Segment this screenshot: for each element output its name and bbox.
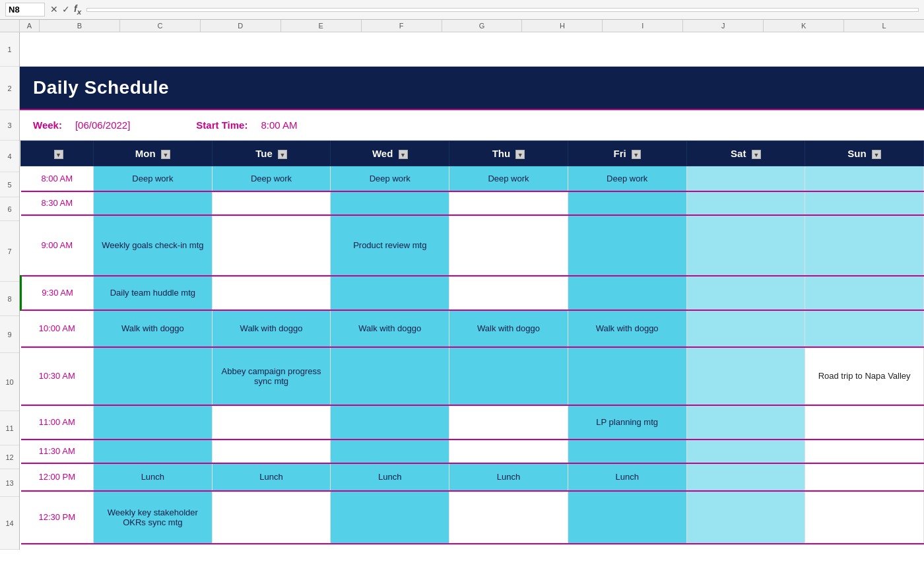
mon-dropdown[interactable]: ▼	[161, 150, 170, 159]
cell-sat-800[interactable]	[686, 166, 805, 191]
row-numbers: 1 2 3 4 5 6 7 8 9 10 11 12 13 14	[0, 32, 20, 550]
cell-tue-1000[interactable]: Walk with doggo	[212, 310, 331, 347]
col-header-f[interactable]: F	[362, 20, 442, 32]
cell-sat-830[interactable]	[686, 191, 805, 215]
cell-wed-1030[interactable]	[331, 347, 449, 405]
tue-dropdown[interactable]: ▼	[278, 150, 287, 159]
cell-tue-1200[interactable]: Lunch	[212, 463, 331, 491]
cell-tue-1030[interactable]: Abbey campaign progress sync mtg	[212, 347, 331, 405]
cell-sun-1030[interactable]: Road trip to Napa Valley	[805, 347, 924, 405]
cell-wed-1200[interactable]: Lunch	[331, 463, 449, 491]
wed-dropdown[interactable]: ▼	[399, 150, 408, 159]
col-header-e[interactable]: E	[281, 20, 362, 32]
cell-sat-1030[interactable]	[686, 347, 805, 405]
cell-fri-800[interactable]: Deep work	[568, 166, 686, 191]
cell-wed-1130[interactable]	[331, 440, 449, 463]
time-dropdown[interactable]: ▼	[54, 150, 63, 159]
cell-wed-800[interactable]: Deep work	[331, 166, 449, 191]
cell-sat-900[interactable]	[686, 215, 805, 276]
cell-mon-1030[interactable]	[94, 347, 213, 405]
cell-mon-1100[interactable]	[94, 405, 213, 440]
cell-tue-1230[interactable]	[212, 491, 331, 544]
cell-thu-1230[interactable]	[449, 491, 568, 544]
cell-sun-830[interactable]	[805, 191, 924, 215]
cell-wed-1000[interactable]: Walk with doggo	[331, 310, 449, 347]
col-header-j[interactable]: J	[683, 20, 764, 32]
cell-mon-1200[interactable]: Lunch	[94, 463, 213, 491]
cell-sat-1130[interactable]	[686, 440, 805, 463]
col-header-k[interactable]: K	[764, 20, 844, 32]
cell-wed-830[interactable]	[331, 191, 449, 215]
cell-thu-1100[interactable]	[449, 405, 568, 440]
thu-dropdown[interactable]: ▼	[515, 150, 525, 159]
cell-sun-1230[interactable]	[805, 491, 924, 544]
cell-fri-1100[interactable]: LP planning mtg	[568, 405, 686, 440]
cell-reference[interactable]: N8	[5, 3, 45, 16]
cell-tue-830[interactable]	[212, 191, 331, 215]
cell-sat-1200[interactable]	[686, 463, 805, 491]
cancel-icon[interactable]: ✕	[50, 4, 58, 15]
col-header-l[interactable]: L	[844, 20, 924, 32]
cell-fri-900[interactable]	[568, 215, 686, 276]
col-header-h[interactable]: H	[522, 20, 603, 32]
cell-sat-1100[interactable]	[686, 405, 805, 440]
cell-thu-1030[interactable]	[449, 347, 568, 405]
function-icon[interactable]: fx	[74, 3, 81, 16]
cell-thu-1200[interactable]: Lunch	[449, 463, 568, 491]
cell-mon-900[interactable]: Weekly goals check-in mtg	[94, 215, 213, 276]
cell-tue-1130[interactable]	[212, 440, 331, 463]
cell-wed-930[interactable]	[331, 276, 449, 310]
confirm-icon[interactable]: ✓	[62, 4, 70, 15]
time-1000: 10:00 AM	[21, 310, 94, 347]
cell-sat-1230[interactable]	[686, 491, 805, 544]
col-header-b[interactable]: B	[40, 20, 120, 32]
cell-fri-1130[interactable]	[568, 440, 686, 463]
cell-fri-1200[interactable]: Lunch	[568, 463, 686, 491]
cell-wed-1100[interactable]	[331, 405, 449, 440]
start-time-value: 8:00 AM	[261, 119, 297, 131]
cell-sun-1130[interactable]	[805, 440, 924, 463]
cell-mon-1230[interactable]: Weekly key stakeholder OKRs sync mtg	[94, 491, 213, 544]
cell-tue-800[interactable]: Deep work	[212, 166, 331, 191]
col-header-i[interactable]: I	[603, 20, 683, 32]
col-header-d[interactable]: D	[201, 20, 281, 32]
col-header-g[interactable]: G	[442, 20, 523, 32]
cell-mon-1000[interactable]: Walk with doggo	[94, 310, 213, 347]
header-time: ▼	[21, 141, 94, 166]
cell-sun-1100[interactable]	[805, 405, 924, 440]
cell-fri-1230[interactable]	[568, 491, 686, 544]
cell-thu-800[interactable]: Deep work	[449, 166, 568, 191]
cell-thu-830[interactable]	[449, 191, 568, 215]
col-header-a[interactable]: A	[20, 20, 40, 32]
cell-wed-1230[interactable]	[331, 491, 449, 544]
formula-input[interactable]	[86, 8, 919, 12]
cell-tue-930[interactable]	[212, 276, 331, 310]
cell-thu-930[interactable]	[449, 276, 568, 310]
cell-mon-830[interactable]	[94, 191, 213, 215]
cell-fri-830[interactable]	[568, 191, 686, 215]
cell-sat-930[interactable]	[686, 276, 805, 310]
cell-fri-930[interactable]	[568, 276, 686, 310]
sun-dropdown[interactable]: ▼	[872, 150, 881, 159]
cell-sat-1000[interactable]	[686, 310, 805, 347]
cell-mon-1130[interactable]	[94, 440, 213, 463]
cell-thu-900[interactable]	[449, 215, 568, 276]
cell-fri-1030[interactable]	[568, 347, 686, 405]
fri-dropdown[interactable]: ▼	[632, 150, 641, 159]
cell-fri-1000[interactable]: Walk with doggo	[568, 310, 686, 347]
col-header-c[interactable]: C	[120, 20, 201, 32]
cell-mon-800[interactable]: Deep work	[94, 166, 213, 191]
sat-dropdown[interactable]: ▼	[752, 150, 761, 159]
cell-sun-900[interactable]	[805, 215, 924, 276]
cell-sun-1200[interactable]	[805, 463, 924, 491]
cell-mon-930[interactable]: Daily team huddle mtg	[94, 276, 213, 310]
cell-tue-900[interactable]	[212, 215, 331, 276]
cell-wed-900[interactable]: Product review mtg	[331, 215, 449, 276]
cell-tue-1100[interactable]	[212, 405, 331, 440]
cell-sun-1000[interactable]	[805, 310, 924, 347]
cell-sun-930[interactable]	[805, 276, 924, 310]
spreadsheet-app: N8 ✕ ✓ fx A B C D E F G H I J K L 1 2 3 …	[0, 0, 924, 588]
cell-sun-800[interactable]	[805, 166, 924, 191]
cell-thu-1130[interactable]	[449, 440, 568, 463]
cell-thu-1000[interactable]: Walk with doggo	[449, 310, 568, 347]
